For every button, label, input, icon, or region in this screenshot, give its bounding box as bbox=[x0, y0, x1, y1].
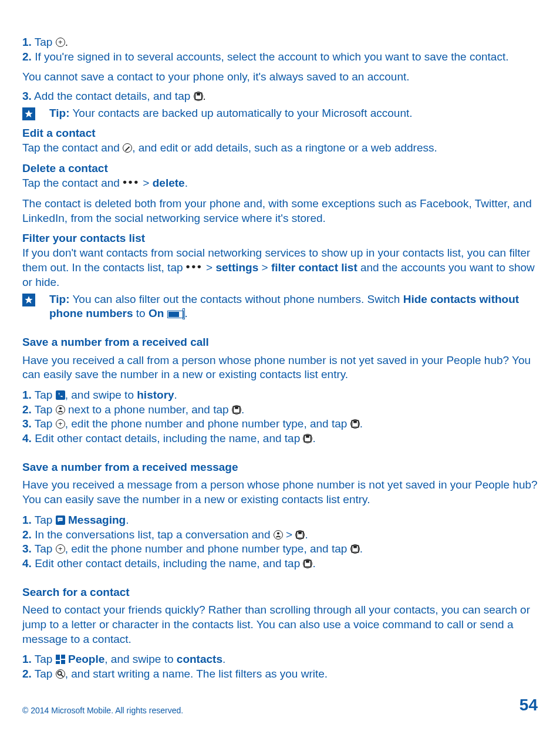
messaging-label: Messaging bbox=[65, 514, 126, 526]
step-num: 2. bbox=[22, 403, 32, 416]
note: You cannot save a contact to your phone … bbox=[22, 70, 538, 85]
svg-point-14 bbox=[277, 532, 279, 534]
step-num: 2. bbox=[22, 50, 32, 63]
search-step1: 1. Tap People, and swipe to contacts. bbox=[22, 652, 538, 667]
heading-search: Search for a contact bbox=[22, 585, 538, 600]
page-number: 54 bbox=[519, 695, 538, 716]
delete-text: Tap the contact and ••• > delete. bbox=[22, 176, 538, 191]
svg-rect-10 bbox=[306, 435, 310, 437]
text: If you're signed in to several accounts,… bbox=[32, 50, 509, 63]
save-icon bbox=[194, 92, 203, 101]
savecall-intro: Have you received a call from a person w… bbox=[22, 353, 538, 382]
text: Tap bbox=[32, 653, 56, 665]
svg-rect-6 bbox=[235, 406, 238, 409]
people-label: People bbox=[65, 653, 105, 665]
step-num: 4. bbox=[22, 557, 32, 569]
savemsg-intro: Have you received a message from a perso… bbox=[22, 478, 538, 507]
tip-box: Tip: Your contacts are backed up automat… bbox=[22, 106, 538, 121]
step-2: 2. If you're signed in to several accoun… bbox=[22, 50, 538, 65]
more-icon: ••• bbox=[123, 175, 140, 190]
text: Tap bbox=[32, 403, 56, 416]
text: You can also filter out the contacts wit… bbox=[69, 293, 403, 305]
svg-point-21 bbox=[58, 671, 61, 675]
step-num: 1. bbox=[22, 36, 32, 48]
text: Edit other contact details, including th… bbox=[32, 557, 303, 569]
filter-text: If you don't want contacts from social n… bbox=[22, 246, 538, 290]
svg-point-13 bbox=[61, 519, 62, 520]
text: , edit the phone number and phone number… bbox=[65, 542, 350, 555]
step-num: 1. bbox=[22, 653, 32, 665]
text: Tap bbox=[32, 389, 56, 401]
plus-icon: + bbox=[56, 38, 65, 47]
plus-icon: + bbox=[56, 544, 65, 554]
text: In the conversations list, tap a convers… bbox=[32, 528, 274, 541]
text: , and swipe to bbox=[104, 653, 177, 665]
history-label: history bbox=[137, 389, 174, 401]
page: 1. Tap +. 2. If you're signed in to seve… bbox=[0, 0, 560, 738]
search-icon bbox=[56, 669, 65, 679]
text: , edit the phone number and phone number… bbox=[65, 417, 350, 430]
save-icon bbox=[303, 559, 312, 568]
text: Tap bbox=[32, 668, 56, 680]
savecall-step1: 1. Tap , and swipe to history. bbox=[22, 388, 538, 403]
svg-line-22 bbox=[61, 675, 63, 677]
text: Tap bbox=[32, 36, 56, 48]
step-1: 1. Tap +. bbox=[22, 35, 538, 50]
savecall-step4: 4. Edit other contact details, including… bbox=[22, 432, 538, 446]
copyright: © 2014 Microsoft Mobile. All rights rese… bbox=[22, 705, 183, 716]
on-label: On bbox=[149, 307, 164, 319]
step-num: 1. bbox=[22, 389, 32, 401]
svg-rect-1 bbox=[197, 93, 200, 95]
search-step2: 2. Tap , and start writing a name. The l… bbox=[22, 667, 538, 682]
svg-point-11 bbox=[59, 519, 59, 520]
text: , and edit or add details, such as a rin… bbox=[132, 141, 437, 154]
svg-rect-8 bbox=[353, 421, 357, 423]
search-intro: Need to contact your friends quickly? Ra… bbox=[22, 603, 538, 646]
plus-icon: + bbox=[56, 419, 65, 429]
text: Tap bbox=[32, 514, 56, 526]
step-num: 2. bbox=[22, 528, 32, 541]
step-num: 2. bbox=[22, 668, 32, 680]
svg-point-4 bbox=[59, 407, 62, 409]
messaging-tile-icon bbox=[56, 515, 65, 525]
savemsg-step1: 1. Tap Messaging. bbox=[22, 513, 538, 528]
phone-tile-icon bbox=[56, 390, 65, 400]
text: , and start writing a name. The list fil… bbox=[65, 668, 328, 680]
details-icon bbox=[56, 405, 65, 415]
save-icon bbox=[350, 419, 360, 429]
more-icon: ••• bbox=[186, 260, 203, 274]
text: Tap bbox=[32, 542, 56, 555]
delete-note: The contact is deleted both from your ph… bbox=[22, 197, 538, 225]
step-3: 3. Add the contact details, and tap . bbox=[22, 89, 538, 104]
svg-marker-3 bbox=[25, 296, 32, 304]
heading-filter: Filter your contacts list bbox=[22, 231, 538, 246]
savemsg-step2: 2. In the conversations list, tap a conv… bbox=[22, 528, 538, 542]
delete-label: delete bbox=[153, 177, 185, 189]
tip-text: Tip: Your contacts are backed up automat… bbox=[49, 106, 413, 121]
text: Add the contact details, and tap bbox=[32, 90, 194, 102]
star-icon bbox=[22, 107, 35, 120]
svg-point-12 bbox=[60, 519, 60, 520]
save-icon bbox=[232, 405, 241, 415]
heading-savecall: Save a number from a received call bbox=[22, 335, 538, 350]
tip-label: Tip: bbox=[49, 107, 69, 119]
savecall-step2: 2. Tap next to a phone number, and tap . bbox=[22, 403, 538, 417]
heading-edit: Edit a contact bbox=[22, 126, 538, 141]
step-num: 1. bbox=[22, 514, 32, 526]
tip-label: Tip: bbox=[49, 293, 69, 305]
contacts-label: contacts bbox=[177, 653, 222, 665]
page-footer: © 2014 Microsoft Mobile. All rights rese… bbox=[22, 695, 538, 716]
step-num: 3. bbox=[22, 417, 32, 430]
step-num: 4. bbox=[22, 432, 32, 444]
save-icon bbox=[350, 544, 360, 554]
text: next to a phone number, and tap bbox=[65, 403, 232, 416]
heading-delete: Delete a contact bbox=[22, 161, 538, 176]
edit-text: Tap the contact and , and edit or add de… bbox=[22, 141, 538, 156]
text: > bbox=[283, 528, 296, 541]
svg-rect-16 bbox=[299, 531, 302, 534]
save-icon bbox=[303, 434, 312, 443]
toggle-on-icon bbox=[167, 311, 184, 318]
svg-rect-20 bbox=[306, 560, 310, 562]
savemsg-step3: 3. Tap +, edit the phone number and phon… bbox=[22, 542, 538, 557]
filter-label: filter contact list bbox=[271, 261, 357, 274]
